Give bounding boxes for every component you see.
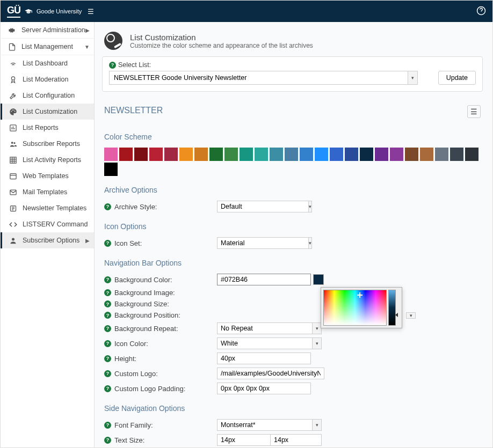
- help-dot-icon[interactable]: ?: [104, 325, 111, 332]
- nav-item-server-administration[interactable]: Server Administration▶: [1, 22, 94, 39]
- sidenav-textsize-input-2[interactable]: [271, 434, 322, 446]
- color-swatch[interactable]: [330, 148, 343, 161]
- nav-label: List Customization: [23, 108, 77, 115]
- dropdown-button[interactable]: ▾: [406, 312, 416, 319]
- section-menu-button[interactable]: ☰: [467, 105, 481, 118]
- nav-label: List Configuration: [23, 92, 75, 99]
- nav-label: Mail Templates: [23, 188, 67, 196]
- color-swatch[interactable]: [300, 148, 313, 161]
- color-swatch[interactable]: [255, 148, 268, 161]
- help-dot-icon[interactable]: ?: [104, 276, 111, 283]
- color-picker-hue-handle[interactable]: [395, 313, 398, 317]
- nav-item-list-configuration[interactable]: List Configuration: [1, 87, 94, 104]
- help-dot-icon[interactable]: ?: [104, 289, 111, 296]
- color-swatch[interactable]: [194, 148, 208, 161]
- color-swatch[interactable]: [390, 148, 403, 161]
- dropdown-button[interactable]: ▾: [312, 419, 322, 431]
- color-swatch[interactable]: [119, 148, 133, 161]
- dropdown-button[interactable]: ▾: [308, 237, 312, 249]
- navbar-logopad-input[interactable]: [217, 383, 311, 394]
- nav-item-mail-templates[interactable]: Mail Templates: [1, 184, 94, 200]
- navbar-bgcolor-input[interactable]: [217, 274, 311, 285]
- nav-item-list-reports[interactable]: List Reports: [1, 120, 94, 136]
- color-picker-hue[interactable]: [388, 290, 396, 326]
- nav-label: Subscriber Reports: [23, 140, 80, 148]
- nav-item-web-templates[interactable]: Web Templates: [1, 168, 94, 184]
- help-dot-icon[interactable]: ?: [104, 312, 111, 319]
- mail-icon: [9, 188, 17, 196]
- nav-label: Web Templates: [23, 172, 69, 180]
- help-dot-icon[interactable]: ?: [104, 370, 111, 377]
- color-swatch[interactable]: [435, 148, 448, 161]
- nav-item-list-management[interactable]: List Management▼: [1, 39, 94, 55]
- navbar-bgrep-label: Background Repeat:: [114, 325, 178, 333]
- nav-item-list-activity-reports[interactable]: List Activity Reports: [1, 152, 94, 168]
- navbar-bgcolor-swatch[interactable]: [313, 274, 324, 285]
- color-picker-saturation[interactable]: [323, 290, 387, 326]
- color-swatch[interactable]: [345, 148, 358, 161]
- dropdown-button[interactable]: ▾: [308, 201, 312, 212]
- color-swatch[interactable]: [420, 148, 433, 161]
- select-list-label: Select List:: [118, 61, 151, 69]
- help-dot-icon[interactable]: ?: [104, 422, 111, 429]
- help-dot-icon[interactable]: ?: [109, 62, 116, 69]
- dropdown-button[interactable]: ▾: [312, 337, 322, 349]
- nav-item-subscriber-options[interactable]: Subscriber Options▶: [1, 232, 94, 248]
- nav-label: Newsletter Templates: [23, 204, 86, 212]
- navbar-bgpos-label: Background Position:: [114, 311, 180, 319]
- help-dot-icon[interactable]: ?: [104, 300, 111, 307]
- help-dot-icon[interactable]: ?: [104, 385, 111, 392]
- color-swatch[interactable]: [179, 148, 193, 161]
- color-swatch[interactable]: [224, 148, 238, 161]
- nav-item-list-customization[interactable]: List Customization: [1, 104, 94, 120]
- color-swatch[interactable]: [405, 148, 418, 161]
- color-scheme-heading: Color Scheme: [104, 133, 481, 141]
- color-swatch[interactable]: [240, 148, 253, 161]
- help-dot-icon[interactable]: ?: [104, 240, 111, 247]
- navbar-bgsize-label: Background Size:: [114, 300, 169, 308]
- color-swatch[interactable]: [209, 148, 223, 161]
- nav-item-subscriber-reports[interactable]: Subscriber Reports: [1, 136, 94, 152]
- nav-label: Server Administration: [21, 26, 85, 34]
- update-button[interactable]: Update: [438, 71, 476, 85]
- help-dot-icon[interactable]: ?: [104, 340, 111, 347]
- help-dot-icon[interactable]: ?: [104, 355, 111, 362]
- help-icon[interactable]: [476, 6, 486, 17]
- help-dot-icon[interactable]: ?: [104, 203, 111, 210]
- archive-style-select[interactable]: [217, 201, 308, 212]
- icon-set-select[interactable]: [217, 237, 308, 249]
- navbar-height-input[interactable]: [217, 352, 311, 364]
- nav-item-newsletter-templates[interactable]: Newsletter Templates: [1, 200, 94, 216]
- svg-point-4: [13, 142, 15, 144]
- color-swatch[interactable]: [465, 148, 479, 161]
- color-swatch[interactable]: [104, 148, 118, 161]
- navbar-logopad-label: Custom Logo Padding:: [114, 385, 185, 393]
- icon-options-heading: Icon Options: [104, 222, 481, 231]
- color-swatch[interactable]: [450, 148, 463, 161]
- navbar-logo-input[interactable]: [217, 368, 324, 379]
- color-swatches: [104, 148, 481, 176]
- chevron-icon: ▶: [85, 238, 90, 244]
- select-list-dropdown-button[interactable]: ▾: [408, 71, 418, 85]
- color-swatch[interactable]: [315, 148, 328, 161]
- navbar-bgrep-select[interactable]: [217, 322, 312, 334]
- color-swatch[interactable]: [149, 148, 163, 161]
- navbar-iconcolor-select[interactable]: [217, 337, 312, 349]
- help-dot-icon[interactable]: ?: [104, 437, 111, 444]
- nav-item-listserv-command[interactable]: LISTSERV Command: [1, 216, 94, 232]
- nav-item-list-moderation[interactable]: List Moderation: [1, 71, 94, 87]
- nav-item-list-dashboard[interactable]: List Dashboard: [1, 55, 94, 71]
- color-swatch[interactable]: [164, 148, 178, 161]
- color-swatch[interactable]: [104, 163, 118, 176]
- color-swatch[interactable]: [375, 148, 388, 161]
- sidenav-font-select[interactable]: [217, 419, 312, 431]
- color-swatch[interactable]: [285, 148, 298, 161]
- color-swatch[interactable]: [270, 148, 283, 161]
- color-swatch[interactable]: [134, 148, 148, 161]
- color-swatch[interactable]: [360, 148, 373, 161]
- hamburger-icon[interactable]: ☰: [85, 5, 96, 18]
- select-list-input[interactable]: [109, 71, 408, 85]
- news-icon: [9, 204, 17, 212]
- color-picker-crosshair[interactable]: [357, 292, 363, 298]
- sidenav-textsize-input-1[interactable]: [217, 434, 271, 446]
